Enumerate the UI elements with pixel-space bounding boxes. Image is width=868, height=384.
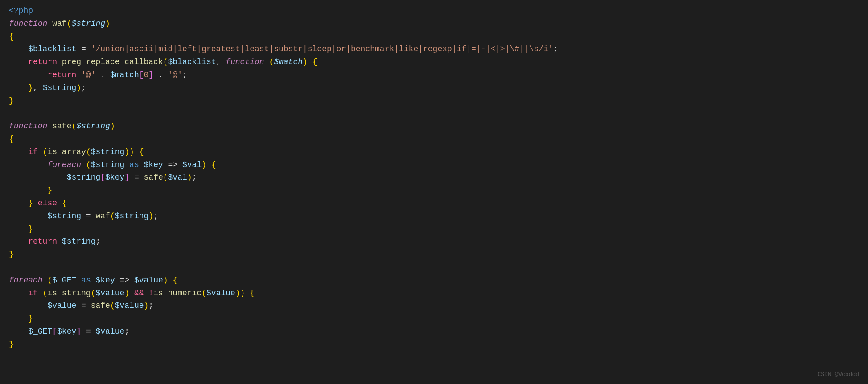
line-8: } xyxy=(9,94,859,107)
line-1: <?php xyxy=(9,4,859,17)
line-27: } xyxy=(9,338,859,351)
line-3: { xyxy=(9,30,859,43)
line-20: } xyxy=(9,248,859,261)
line-2: function waf($string) xyxy=(9,17,859,30)
line-24: $value = safe($value); xyxy=(9,299,859,312)
line-6: return '@' . $match[0] . '@'; xyxy=(9,69,859,82)
line-19: return $string; xyxy=(9,235,859,248)
line-10: function safe($string) xyxy=(9,120,859,133)
line-25: } xyxy=(9,312,859,325)
line-4: $blacklist = '/union|ascii|mid|left|grea… xyxy=(9,43,859,56)
line-7: }, $string); xyxy=(9,82,859,94)
line-22: foreach ($_GET as $key => $value) { xyxy=(9,274,859,287)
watermark: CSDN @Wcbddd xyxy=(817,370,859,380)
line-17: $string = waf($string); xyxy=(9,210,859,223)
line-21 xyxy=(9,261,859,274)
line-14: $string[$key] = safe($val); xyxy=(9,171,859,184)
line-9 xyxy=(9,107,859,120)
line-13: foreach ($string as $key => $val) { xyxy=(9,159,859,172)
line-18: } xyxy=(9,223,859,236)
line-5: return preg_replace_callback($blacklist,… xyxy=(9,56,859,69)
code-block: <?php function waf($string) { $blacklist… xyxy=(0,0,868,384)
line-12: if (is_array($string)) { xyxy=(9,146,859,159)
line-11: { xyxy=(9,133,859,146)
line-16: } else { xyxy=(9,197,859,210)
line-23: if (is_string($value) && !is_numeric($va… xyxy=(9,287,859,300)
line-15: } xyxy=(9,184,859,197)
line-26: $_GET[$key] = $value; xyxy=(9,325,859,338)
